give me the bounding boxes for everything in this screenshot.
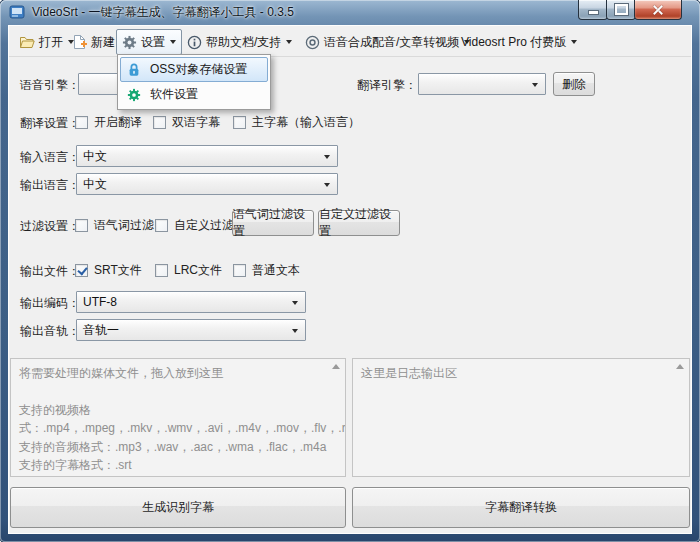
- checkbox-label: 双语字幕: [172, 114, 220, 131]
- translate-engine-select[interactable]: [418, 73, 546, 95]
- output-track-value: 音轨一: [83, 322, 119, 339]
- caret-down-icon: [292, 301, 298, 305]
- settings-button-label: 设置: [141, 34, 165, 51]
- tts-button[interactable]: 语音合成配音/文章转视频: [299, 29, 476, 55]
- toolbar: 打开 新建: [9, 26, 691, 57]
- checkbox-label: 开启翻译: [94, 114, 142, 131]
- checkbox-icon: [155, 264, 168, 277]
- modal-word-filter-settings-button[interactable]: 语气词过滤设置: [232, 210, 314, 236]
- new-button-label: 新建: [91, 34, 115, 51]
- open-button-label: 打开: [39, 34, 63, 51]
- translate-subtitle-button-label: 字幕翻译转换: [485, 499, 557, 516]
- log-output-area[interactable]: 这里是日志输出区: [352, 358, 690, 477]
- output-encoding-label: 输出编码：: [20, 295, 80, 312]
- pro-button-label: Videosrt Pro 付费版: [461, 34, 566, 51]
- pro-button[interactable]: Videosrt Pro 付费版: [455, 29, 583, 55]
- minimize-button[interactable]: [578, 0, 608, 20]
- checkbox-icon: [153, 116, 166, 129]
- menu-item-label: OSS对象存储设置: [150, 61, 247, 78]
- settings-menu: OSS对象存储设置 软件设置: [117, 54, 271, 110]
- checkbox-icon: [233, 116, 246, 129]
- checkbox-enable-translate[interactable]: 开启翻译: [75, 114, 142, 131]
- app-window: VideoSrt - 一键字幕生成、字幕翻译小工具 - 0.3.5 打开: [0, 0, 700, 542]
- speech-engine-label: 语音引擎：: [20, 77, 80, 94]
- help-button-label: 帮助文档/支持: [206, 34, 281, 51]
- gear-icon: [122, 35, 137, 50]
- caret-down-icon: [292, 329, 298, 333]
- input-language-label: 输入语言：: [20, 149, 80, 166]
- checkbox-label: 普通文本: [252, 262, 300, 279]
- checkbox-label: 语气词过滤: [94, 217, 154, 234]
- output-language-value: 中文: [83, 176, 107, 193]
- supported-video-formats: 支持的视频格式：.mp4，.mpeg，.mkv，.wmv，.avi，.m4v，.…: [19, 401, 327, 438]
- checkbox-label: 主字幕（输入语言）: [252, 114, 360, 131]
- checkbox-icon: [75, 116, 88, 129]
- caret-down-icon: [170, 40, 176, 44]
- checkbox-srt-file[interactable]: SRT文件: [75, 262, 142, 279]
- checkbox-bilingual-subtitle[interactable]: 双语字幕: [153, 114, 220, 131]
- checkbox-plain-text[interactable]: 普通文本: [233, 262, 300, 279]
- menu-item-software-settings[interactable]: 软件设置: [120, 82, 268, 107]
- output-language-select[interactable]: 中文: [76, 173, 338, 195]
- checkbox-lrc-file[interactable]: LRC文件: [155, 262, 222, 279]
- close-icon: [652, 4, 664, 16]
- filter-settings-label: 过滤设置：: [20, 218, 80, 235]
- caret-down-icon: [286, 40, 292, 44]
- checkbox-label: SRT文件: [94, 262, 142, 279]
- checkbox-icon: [155, 219, 168, 232]
- button-label: 语气词过滤设置: [233, 206, 313, 240]
- tts-button-label: 语音合成配音/文章转视频: [324, 34, 459, 51]
- caret-down-icon: [532, 83, 538, 87]
- output-language-label: 输出语言：: [20, 177, 80, 194]
- translate-engine-label: 翻译引擎：: [357, 77, 417, 94]
- output-encoding-value: UTF-8: [83, 295, 117, 309]
- window-title: VideoSrt - 一键字幕生成、字幕翻译小工具 - 0.3.5: [32, 0, 294, 25]
- new-file-icon: [72, 34, 87, 50]
- help-button[interactable]: 帮助文档/支持: [181, 29, 298, 55]
- record-icon: [305, 35, 320, 50]
- translate-subtitle-button[interactable]: 字幕翻译转换: [352, 487, 690, 528]
- input-language-value: 中文: [83, 148, 107, 165]
- checkbox-custom-filter[interactable]: 自定义过滤: [155, 217, 234, 234]
- checkbox-checked-icon: [75, 264, 88, 277]
- checkbox-label: 自定义过滤: [174, 217, 234, 234]
- output-track-label: 输出音轨：: [20, 323, 80, 340]
- media-drop-hint: 将需要处理的媒体文件，拖入放到这里: [19, 364, 327, 383]
- checkbox-modal-word-filter[interactable]: 语气词过滤: [75, 217, 154, 234]
- translate-settings-label: 翻译设置：: [20, 115, 80, 132]
- settings-button[interactable]: 设置: [116, 29, 182, 55]
- lock-icon: [127, 62, 141, 77]
- checkbox-icon: [233, 264, 246, 277]
- maximize-icon: [615, 4, 628, 15]
- titlebar: VideoSrt - 一键字幕生成、字幕翻译小工具 - 0.3.5: [0, 0, 700, 25]
- supported-subtitle-formats: 支持的字幕格式：.srt: [19, 456, 327, 475]
- info-icon: [187, 35, 202, 50]
- minimize-icon: [588, 10, 599, 15]
- output-track-select[interactable]: 音轨一: [76, 319, 306, 341]
- checkbox-main-subtitle[interactable]: 主字幕（输入语言）: [233, 114, 360, 131]
- input-language-select[interactable]: 中文: [76, 145, 338, 167]
- custom-filter-settings-button[interactable]: 自定义过滤设置: [318, 210, 400, 236]
- scroll-up-icon[interactable]: [676, 364, 684, 369]
- caret-down-icon: [324, 155, 330, 159]
- generate-subtitle-button-label: 生成识别字幕: [142, 499, 214, 516]
- gear-icon: [127, 88, 141, 102]
- checkbox-icon: [75, 219, 88, 232]
- client-area: 打开 新建: [8, 25, 692, 534]
- delete-engine-button-label: 删除: [562, 76, 586, 93]
- menu-item-label: 软件设置: [150, 86, 198, 103]
- menu-item-oss-settings[interactable]: OSS对象存储设置: [120, 57, 268, 82]
- maximize-button[interactable]: [606, 0, 636, 20]
- scroll-up-icon[interactable]: [332, 364, 340, 369]
- app-icon: [9, 4, 25, 20]
- output-encoding-select[interactable]: UTF-8: [76, 291, 306, 313]
- media-drop-blank-line: [19, 383, 327, 401]
- folder-icon: [19, 35, 35, 49]
- delete-engine-button[interactable]: 删除: [553, 72, 595, 96]
- close-button[interactable]: [634, 0, 682, 20]
- button-label: 自定义过滤设置: [319, 206, 399, 240]
- media-drop-area[interactable]: 将需要处理的媒体文件，拖入放到这里 支持的视频格式：.mp4，.mpeg，.mk…: [10, 358, 346, 477]
- generate-subtitle-button[interactable]: 生成识别字幕: [10, 487, 346, 528]
- checkbox-label: LRC文件: [174, 262, 222, 279]
- supported-audio-formats: 支持的音频格式：.mp3，.wav，.aac，.wma，.flac，.m4a: [19, 438, 327, 457]
